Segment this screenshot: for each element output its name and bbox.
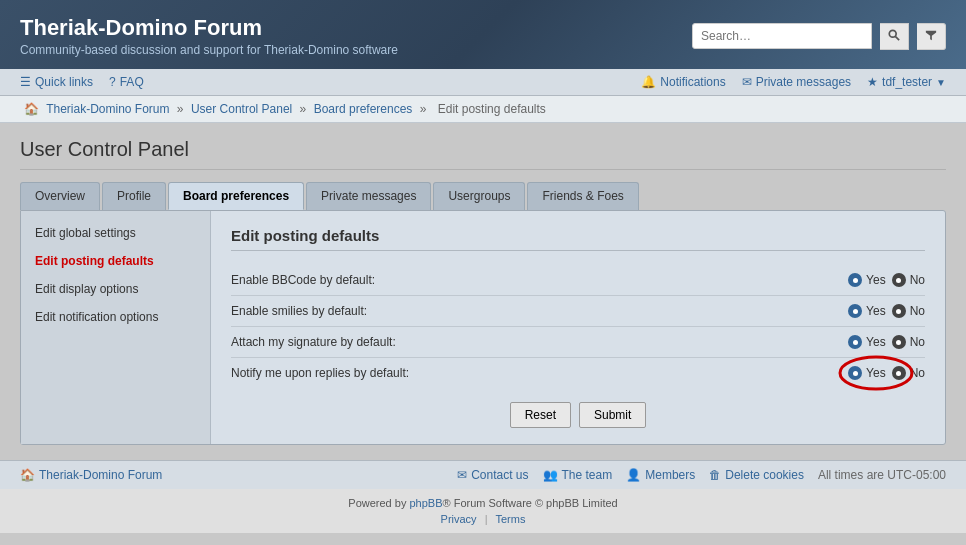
question-icon: ? <box>109 75 116 89</box>
team-icon: 👥 <box>543 468 558 482</box>
bottom-footer-text: Powered by phpBB® Forum Software © phpBB… <box>8 497 958 509</box>
quick-links-menu[interactable]: ☰ Quick links <box>20 75 93 89</box>
reset-button[interactable]: Reset <box>510 402 571 428</box>
terms-link[interactable]: Terms <box>495 513 525 525</box>
search-input[interactable] <box>692 23 872 49</box>
sidebar-item-notification-options[interactable]: Edit notification options <box>21 303 210 331</box>
faq-link[interactable]: ? FAQ <box>109 75 144 89</box>
bbcode-yes-label: Yes <box>866 273 886 287</box>
svg-point-0 <box>889 30 896 37</box>
bbcode-yes-radio[interactable] <box>848 273 862 287</box>
sidebar-item-display-options[interactable]: Edit display options <box>21 275 210 303</box>
submit-button[interactable]: Submit <box>579 402 646 428</box>
form-row-bbcode: Enable BBCode by default: Yes No <box>231 265 925 296</box>
tab-usergroups[interactable]: Usergroups <box>433 182 525 210</box>
notify-yes-label: Yes <box>866 366 886 380</box>
tab-friends-foes[interactable]: Friends & Foes <box>527 182 638 210</box>
members-link[interactable]: 👤 Members <box>626 468 695 482</box>
tabs-bar: Overview Profile Board preferences Priva… <box>20 182 946 210</box>
breadcrumb-board-prefs[interactable]: Board preferences <box>314 102 413 116</box>
contact-icon: ✉ <box>457 468 467 482</box>
advanced-search-button[interactable] <box>917 23 946 50</box>
breadcrumb-current: Edit posting defaults <box>438 102 546 116</box>
chevron-down-icon: ▼ <box>936 77 946 88</box>
tab-profile[interactable]: Profile <box>102 182 166 210</box>
smilies-controls: Yes No <box>848 304 925 318</box>
navbar-left: ☰ Quick links ? FAQ <box>20 75 144 89</box>
signature-no-group: No <box>892 335 925 349</box>
header-branding: Theriak-Domino Forum Community-based dis… <box>20 15 398 57</box>
sidebar-item-posting-defaults[interactable]: Edit posting defaults <box>21 247 210 275</box>
envelope-icon: ✉ <box>742 75 752 89</box>
phpbb-link[interactable]: phpBB <box>409 497 442 509</box>
footer-separator: | <box>485 513 488 525</box>
notify-controls: Yes No <box>848 366 925 380</box>
breadcrumb-sep3: » <box>420 102 427 116</box>
form-row-smilies: Enable smilies by default: Yes No <box>231 296 925 327</box>
search-button[interactable] <box>880 23 909 50</box>
notify-no-label: No <box>910 366 925 380</box>
breadcrumb-ucp[interactable]: User Control Panel <box>191 102 292 116</box>
footer-home-link[interactable]: 🏠 Theriak-Domino Forum <box>20 468 162 482</box>
notify-label: Notify me upon replies by default: <box>231 366 848 380</box>
main-content: User Control Panel Overview Profile Boar… <box>0 123 966 460</box>
site-header: Theriak-Domino Forum Community-based dis… <box>0 0 966 69</box>
signature-controls: Yes No <box>848 335 925 349</box>
user-menu[interactable]: ★ tdf_tester ▼ <box>867 75 946 89</box>
tab-board-preferences[interactable]: Board preferences <box>168 182 304 210</box>
the-team-link[interactable]: 👥 The team <box>543 468 613 482</box>
signature-no-label: No <box>910 335 925 349</box>
bbcode-no-radio[interactable] <box>892 273 906 287</box>
smilies-yes-group: Yes <box>848 304 886 318</box>
notify-no-radio[interactable] <box>892 366 906 380</box>
signature-yes-radio[interactable] <box>848 335 862 349</box>
footer-bar: 🏠 Theriak-Domino Forum ✉ Contact us 👥 Th… <box>0 460 966 489</box>
breadcrumb-icon: 🏠 <box>24 102 39 116</box>
breadcrumb: 🏠 Theriak-Domino Forum » User Control Pa… <box>0 96 966 123</box>
header-search <box>692 23 946 50</box>
private-messages-link[interactable]: ✉ Private messages <box>742 75 851 89</box>
footer-links: ✉ Contact us 👥 The team 👤 Members 🗑 Dele… <box>457 468 946 482</box>
form-row-signature: Attach my signature by default: Yes No <box>231 327 925 358</box>
svg-line-1 <box>895 36 899 40</box>
bbcode-label: Enable BBCode by default: <box>231 273 848 287</box>
page-title: User Control Panel <box>20 138 946 170</box>
site-subtitle: Community-based discussion and support f… <box>20 43 398 57</box>
site-title[interactable]: Theriak-Domino Forum <box>20 15 398 41</box>
contact-us-link[interactable]: ✉ Contact us <box>457 468 528 482</box>
home-icon: 🏠 <box>20 468 35 482</box>
delete-cookies-link[interactable]: 🗑 Delete cookies <box>709 468 804 482</box>
cookie-icon: 🗑 <box>709 468 721 482</box>
tab-overview[interactable]: Overview <box>20 182 100 210</box>
signature-yes-group: Yes <box>848 335 886 349</box>
signature-no-radio[interactable] <box>892 335 906 349</box>
breadcrumb-sep1: » <box>177 102 184 116</box>
sidebar-item-global-settings[interactable]: Edit global settings <box>21 219 210 247</box>
content-area: Edit global settings Edit posting defaul… <box>20 210 946 445</box>
smilies-no-group: No <box>892 304 925 318</box>
smilies-label: Enable smilies by default: <box>231 304 848 318</box>
bbcode-yes-group: Yes <box>848 273 886 287</box>
notify-no-group: No <box>892 366 925 380</box>
breadcrumb-home[interactable]: Theriak-Domino Forum <box>46 102 169 116</box>
form-table: Enable BBCode by default: Yes No <box>231 265 925 388</box>
menu-icon: ☰ <box>20 75 31 89</box>
main-panel: Edit posting defaults Enable BBCode by d… <box>211 211 945 444</box>
privacy-link[interactable]: Privacy <box>441 513 477 525</box>
bbcode-controls: Yes No <box>848 273 925 287</box>
smilies-no-radio[interactable] <box>892 304 906 318</box>
navbar: ☰ Quick links ? FAQ 🔔 Notifications ✉ Pr… <box>0 69 966 96</box>
notifications-link[interactable]: 🔔 Notifications <box>641 75 725 89</box>
smilies-no-label: No <box>910 304 925 318</box>
notify-yes-radio[interactable] <box>848 366 862 380</box>
bottom-footer-links: Privacy | Terms <box>8 513 958 525</box>
notify-yes-group: Yes <box>848 366 886 380</box>
tab-private-messages[interactable]: Private messages <box>306 182 431 210</box>
section-title: Edit posting defaults <box>231 227 925 251</box>
form-buttons: Reset Submit <box>231 402 925 428</box>
smilies-yes-radio[interactable] <box>848 304 862 318</box>
timezone-display: All times are UTC-05:00 <box>818 468 946 482</box>
form-row-notify: Notify me upon replies by default: Yes <box>231 358 925 388</box>
signature-yes-label: Yes <box>866 335 886 349</box>
breadcrumb-sep2: » <box>300 102 307 116</box>
